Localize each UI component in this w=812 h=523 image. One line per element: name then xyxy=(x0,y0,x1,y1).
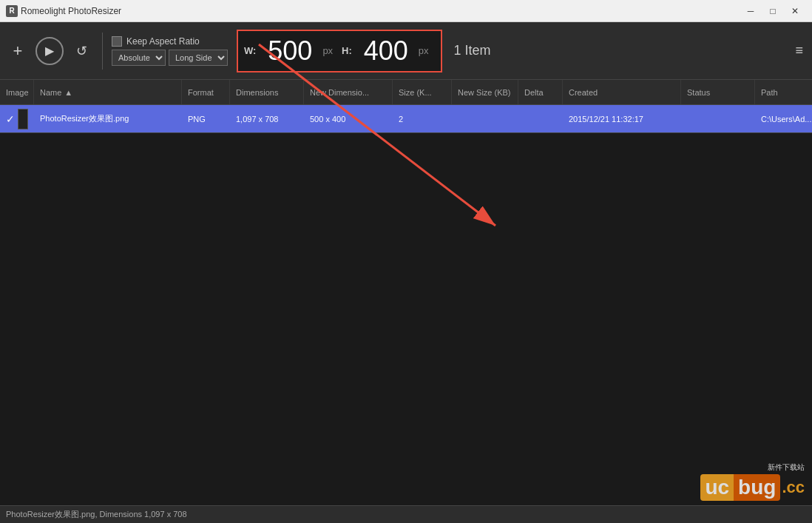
col-header-newsize[interactable]: New Size (KB) xyxy=(452,80,518,104)
row-name: PhotoResizer效果图.png xyxy=(34,105,182,132)
col-header-size[interactable]: Size (K... xyxy=(393,80,452,104)
height-label: H: xyxy=(342,45,352,56)
checkmark-icon: ✓ xyxy=(6,113,15,125)
dimension-area: W: px H: px xyxy=(237,30,442,72)
height-input[interactable] xyxy=(356,36,416,67)
row-newsize xyxy=(452,105,518,132)
width-input[interactable] xyxy=(260,36,319,67)
app-icon: R xyxy=(6,5,18,17)
col-header-status[interactable]: Status xyxy=(681,80,755,104)
side-dropdown[interactable]: Long Side xyxy=(169,50,228,66)
uc-text: uc xyxy=(700,474,734,501)
row-created: 2015/12/21 11:32:17 xyxy=(563,105,681,132)
thumbnail xyxy=(18,109,28,129)
window-controls: ─ □ ✕ xyxy=(740,4,806,18)
aspect-ratio-checkbox[interactable] xyxy=(112,36,122,47)
width-label: W: xyxy=(244,45,256,56)
status-bar: PhotoResizer效果图.png, Dimensions 1,097 x … xyxy=(0,505,812,523)
maximize-button[interactable]: □ xyxy=(762,4,784,18)
add-button[interactable]: + xyxy=(6,39,30,63)
row-format: PNG xyxy=(182,105,230,132)
window-title: Romeolight PhotoResizer xyxy=(21,6,121,16)
col-header-format[interactable]: Format xyxy=(182,80,230,104)
watermark: 新件下载站 uc bug .cc xyxy=(700,462,805,501)
title-bar: R Romeolight PhotoResizer ─ □ ✕ xyxy=(0,0,812,22)
close-button[interactable]: ✕ xyxy=(784,4,806,18)
settings-area: Keep Aspect Ratio Absolute Long Side xyxy=(112,36,228,66)
item-count: 1 Item xyxy=(454,43,491,58)
row-size: 2 xyxy=(393,105,452,132)
col-header-image: Image xyxy=(0,80,34,104)
bug-text: bug xyxy=(734,474,780,501)
col-header-delta[interactable]: Delta xyxy=(518,80,563,104)
refresh-button[interactable]: ↺ xyxy=(70,39,93,63)
row-delta xyxy=(518,105,563,132)
col-header-newdim[interactable]: New Dimensio... xyxy=(304,80,393,104)
col-header-name[interactable]: Name ▲ xyxy=(34,80,182,104)
watermark-top-text: 新件下载站 xyxy=(700,462,805,473)
status-text: PhotoResizer效果图.png, Dimensions 1,097 x … xyxy=(6,509,187,520)
row-status xyxy=(681,105,755,132)
cc-text: .cc xyxy=(782,478,805,497)
table-header: Image Name ▲ Format Dimensions New Dimen… xyxy=(0,80,812,105)
play-button[interactable]: ▶ xyxy=(35,37,64,65)
col-header-path[interactable]: Path xyxy=(755,80,812,104)
col-header-dimensions[interactable]: Dimensions xyxy=(230,80,304,104)
row-checkbox[interactable]: ✓ xyxy=(0,105,34,132)
table-row[interactable]: ✓ PhotoResizer效果图.png PNG 1,097 x 708 50… xyxy=(0,105,812,133)
row-path: C:\Users\Ad... xyxy=(755,105,812,132)
row-dimensions: 1,097 x 708 xyxy=(230,105,304,132)
height-unit: px xyxy=(419,45,429,56)
mode-dropdown[interactable]: Absolute xyxy=(112,50,166,66)
toolbar: + ▶ ↺ Keep Aspect Ratio Absolute Long Si… xyxy=(0,22,812,80)
row-newdim: 500 x 400 xyxy=(304,105,393,132)
ucbug-logo: uc bug .cc xyxy=(700,474,805,501)
minimize-button[interactable]: ─ xyxy=(740,4,762,18)
table-body: ✓ PhotoResizer效果图.png PNG 1,097 x 708 50… xyxy=(0,105,812,505)
col-header-created[interactable]: Created xyxy=(563,80,681,104)
width-unit: px xyxy=(322,45,333,56)
aspect-ratio-label: Keep Aspect Ratio xyxy=(126,36,200,47)
toolbar-divider xyxy=(102,33,103,70)
menu-icon[interactable]: ≡ xyxy=(792,40,806,61)
main-content: + ▶ ↺ Keep Aspect Ratio Absolute Long Si… xyxy=(0,22,812,505)
